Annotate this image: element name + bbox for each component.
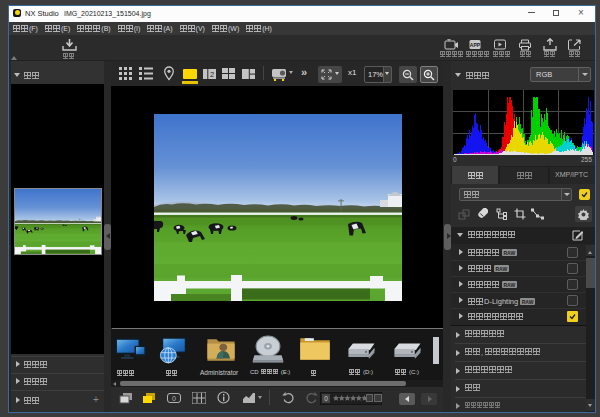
svg-text:APP: APP: [470, 42, 481, 48]
svg-text:2: 2: [210, 70, 214, 79]
